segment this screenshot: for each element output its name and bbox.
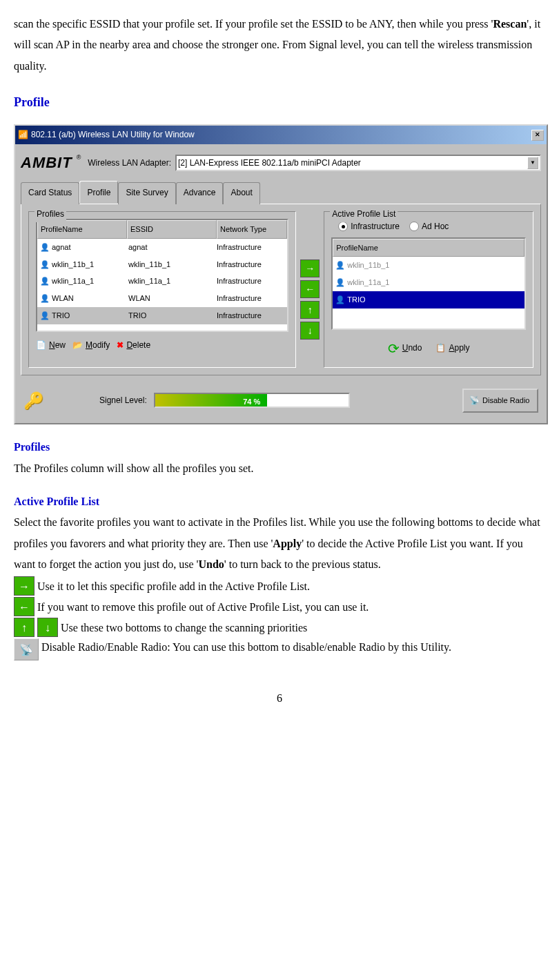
profiles-body: The Profiles column will show all the pr…	[14, 458, 545, 479]
delete-x-icon: ✖	[117, 337, 124, 353]
list-item[interactable]: 👤wklin_11a_1	[333, 274, 524, 291]
rescan-bold: Rescan	[493, 18, 527, 30]
col-networktype[interactable]: Network Type	[217, 220, 287, 239]
window-title: 802.11 (a/b) Wireless LAN Utility for Wi…	[31, 127, 195, 143]
signal-level-bar: 74 %	[154, 393, 350, 408]
list-item-selected[interactable]: 👤TRIO	[333, 291, 524, 308]
table-row-selected[interactable]: 👤TRIO TRIO Infrastructure	[37, 307, 287, 324]
person-icon: 👤	[40, 291, 50, 306]
undo-button[interactable]: ⟳ Undo	[388, 335, 422, 362]
disable-radio-button[interactable]: 📡 Disable Radio	[462, 389, 538, 413]
apply-icon: 📋	[435, 340, 446, 356]
person-icon: 👤	[335, 275, 345, 290]
adapter-value: [2] LAN-Express IEEE 802.11a/b miniPCI A…	[178, 155, 361, 171]
arrow-left-button[interactable]: ←	[300, 280, 320, 298]
tab-about[interactable]: About	[223, 182, 259, 204]
arrow-right-button[interactable]: →	[300, 259, 320, 277]
close-button[interactable]: ✕	[531, 130, 544, 141]
table-row[interactable]: 👤WLAN WLAN Infrastructure	[37, 290, 287, 307]
profiles-listview[interactable]: ProfileName ESSID Network Type 👤agnat ag…	[36, 219, 288, 332]
signal-label: Signel Level:	[99, 393, 147, 409]
refresh-icon: ⟳	[388, 335, 400, 362]
col-active-profilename[interactable]: ProfileName	[333, 239, 524, 257]
right-arrow-desc-line: → Use it to let this specific profile ad…	[14, 576, 545, 596]
active-body-3: ' to turn back to the previous status.	[224, 558, 381, 570]
radio-desc-line: 📡 Disable Radio/Enable Radio: You can us…	[14, 638, 545, 660]
apply-button[interactable]: 📋 Apply	[435, 340, 469, 356]
active-list-subheading: Active Profile List	[14, 491, 545, 512]
page-number: 6	[14, 688, 545, 709]
undo-bold: Undo	[198, 558, 224, 570]
radio-icon	[409, 222, 419, 231]
adapter-dropdown[interactable]: [2] LAN-Express IEEE 802.11a/b miniPCI A…	[175, 155, 541, 171]
col-profilename[interactable]: ProfileName	[37, 220, 127, 239]
arrow-down-icon: ↓	[37, 618, 58, 637]
profile-heading: Profile	[14, 90, 545, 114]
tab-profile[interactable]: Profile	[79, 181, 118, 203]
left-arrow-desc: If you want to remove this profile out o…	[37, 598, 369, 616]
person-icon: 👤	[40, 274, 50, 288]
adapter-label: Wireless LAN Adapter:	[88, 155, 171, 171]
person-icon: 👤	[40, 257, 50, 272]
document-icon: 📄	[36, 337, 46, 353]
delete-button[interactable]: ✖ Delete	[117, 337, 150, 353]
app-icon: 📶	[18, 127, 28, 143]
reg-mark: ®	[77, 152, 81, 164]
radio-infrastructure[interactable]: Infrastructure	[338, 219, 400, 235]
modify-button[interactable]: 📂 Modify	[72, 337, 110, 353]
updown-desc: Use these two bottoms to change the scan…	[61, 619, 307, 637]
key-icon: 🔑	[23, 385, 44, 417]
chevron-down-icon[interactable]: ▼	[527, 157, 538, 169]
active-profile-listview[interactable]: ProfileName 👤wklin_11b_1 👤wklin_11a_1 👤T…	[331, 237, 526, 330]
table-row[interactable]: 👤wklin_11b_1 wklin_11b_1 Infrastructure	[37, 256, 287, 273]
table-row[interactable]: 👤wklin_11a_1 wklin_11a_1 Infrastructure	[37, 273, 287, 290]
active-body: Select the favorite profiles you want to…	[14, 512, 545, 575]
active-profile-groupbox: Infrastructure Ad Hoc ProfileName 👤wklin…	[324, 211, 533, 368]
arrow-down-button[interactable]: ↓	[300, 322, 320, 340]
ambit-logo: AMBIT	[21, 148, 72, 177]
arrow-up-icon: ↑	[14, 618, 35, 637]
intro-text-1: scan the specific ESSID that your profil…	[14, 18, 493, 30]
radio-desc: Disable Radio/Enable Radio: You can use …	[41, 638, 451, 656]
radio-adhoc[interactable]: Ad Hoc	[409, 219, 449, 235]
arrow-left-icon: ←	[14, 597, 35, 616]
intro-paragraph: scan the specific ESSID that your profil…	[14, 14, 545, 77]
list-item[interactable]: 👤wklin_11b_1	[333, 257, 524, 274]
apply-bold: Apply	[273, 538, 302, 549]
signal-percent: 74 %	[155, 395, 349, 409]
wlan-utility-window: 📶 802.11 (a/b) Wireless LAN Utility for …	[14, 124, 548, 424]
profiles-subheading: Profiles	[14, 437, 545, 458]
antenna-icon: 📡	[469, 393, 480, 409]
arrow-right-icon: →	[14, 576, 35, 596]
tab-strip: Card Status Profile Site Survey Advance …	[15, 182, 547, 204]
tab-advance[interactable]: Advance	[176, 182, 224, 204]
table-row[interactable]: 👤agnat agnat Infrastructure	[37, 239, 287, 256]
updown-arrow-desc-line: ↑ ↓ Use these two bottoms to change the …	[14, 618, 545, 637]
person-icon: 👤	[335, 293, 345, 307]
titlebar: 📶 802.11 (a/b) Wireless LAN Utility for …	[15, 126, 547, 144]
person-icon: 👤	[40, 308, 50, 323]
right-arrow-desc: Use it to let this specific profile add …	[37, 578, 310, 596]
radio-icon	[338, 222, 348, 231]
disable-radio-label: Disable Radio	[482, 396, 529, 404]
person-icon: 👤	[335, 258, 345, 273]
transfer-buttons: → ← ↑ ↓	[300, 232, 320, 368]
folder-icon: 📂	[72, 337, 83, 353]
left-arrow-desc-line: ← If you want to remove this profile out…	[14, 597, 545, 616]
col-essid[interactable]: ESSID	[127, 220, 217, 239]
new-button[interactable]: 📄 New	[36, 337, 66, 353]
person-icon: 👤	[40, 240, 50, 255]
arrow-up-button[interactable]: ↑	[300, 301, 320, 319]
tab-card-status[interactable]: Card Status	[21, 182, 79, 204]
profiles-groupbox: ProfileName ESSID Network Type 👤agnat ag…	[28, 211, 296, 368]
antenna-icon: 📡	[14, 638, 39, 660]
tab-site-survey[interactable]: Site Survey	[118, 182, 175, 204]
